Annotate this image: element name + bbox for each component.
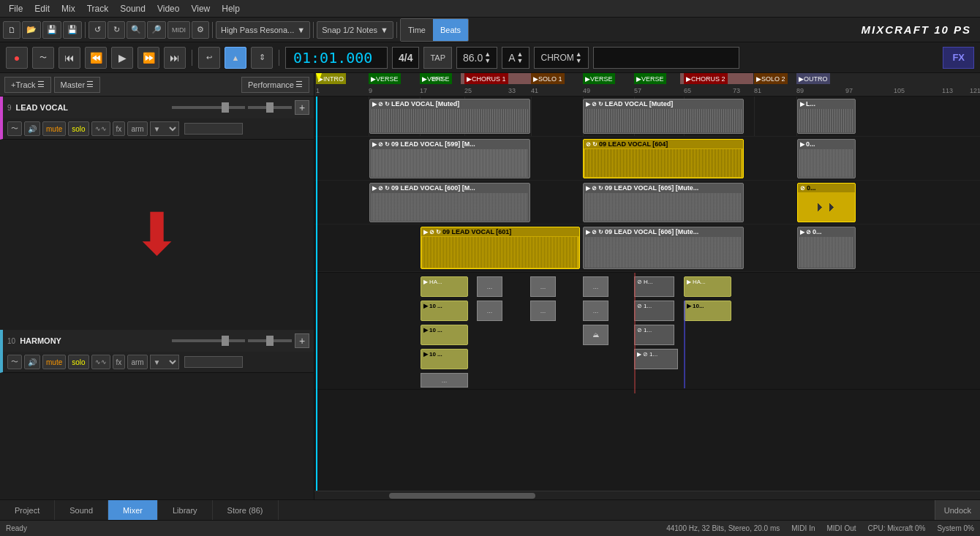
marker-verse3[interactable]: ▶VERSE: [583, 73, 615, 84]
harmony-clip-bottom-dots[interactable]: ...: [421, 373, 468, 388]
track-9-automation-icon[interactable]: ∿∿: [91, 121, 110, 136]
track-10-solo-button[interactable]: solo: [68, 355, 88, 369]
harmony-clip-1b[interactable]: ⊘ 1...: [634, 325, 674, 345]
save-button[interactable]: 💾: [42, 21, 61, 39]
track-9-add-clip[interactable]: +: [295, 100, 309, 115]
tab-library[interactable]: Library: [158, 500, 213, 520]
master-button[interactable]: Master ☰: [54, 77, 101, 93]
fast-forward-button[interactable]: ⏩: [137, 47, 159, 69]
tracks-scroll-area[interactable]: ▶ ⊘ ↻ LEAD VOCAL [Muted] ▶ ⊘: [314, 97, 980, 491]
search-box[interactable]: [593, 47, 739, 69]
metronome-button[interactable]: ▲: [225, 47, 246, 69]
save2-button[interactable]: 💾: [63, 21, 82, 39]
clip-lead-vocal-600[interactable]: ▶ ⊘ ↻ 09 LEAD VOCAL [600] [M...: [369, 183, 530, 222]
beats-mode-button[interactable]: Beats: [433, 19, 468, 41]
harmony-clip-10d-dot[interactable]: ...: [583, 301, 608, 321]
midi-button[interactable]: MIDI: [167, 21, 190, 39]
marker-outro[interactable]: ▶OUTRO: [796, 73, 830, 84]
tab-mixer[interactable]: Mixer: [108, 500, 158, 520]
harmony-clip-dot1[interactable]: ...: [477, 276, 502, 297]
tab-project[interactable]: Project: [0, 500, 55, 520]
marker-chorus1[interactable]: ▶CHORUS 1: [464, 73, 508, 84]
undo-button[interactable]: ↺: [88, 21, 106, 39]
marker-verse4[interactable]: ▶VERSE: [634, 73, 666, 84]
clip-lead-vocal-605[interactable]: ▶ ⊘ ↻ 09 LEAD VOCAL [605] [Mute...: [583, 183, 744, 222]
undock-button[interactable]: Undock: [935, 500, 980, 520]
clip-lead-vocal-606[interactable]: ▶ ⊘ ↻ 09 LEAD VOCAL [606] [Mute...: [583, 227, 744, 269]
menu-view[interactable]: View: [185, 2, 216, 15]
harmony-clip-dot2[interactable]: ...: [530, 276, 556, 297]
time-mode-button[interactable]: Time: [401, 19, 433, 41]
harmony-clip-10c-dot[interactable]: ...: [530, 301, 556, 321]
track-10-waveform-icon[interactable]: 〜: [7, 355, 22, 369]
harmony-clip-10g[interactable]: ▶ 10 ...: [421, 349, 468, 369]
play-button[interactable]: ▶: [111, 47, 133, 69]
goto-end-button[interactable]: ⏭: [164, 47, 186, 69]
track-9-speaker-icon[interactable]: 🔊: [24, 121, 40, 136]
track-10-pan[interactable]: [248, 339, 292, 342]
track-9-volume[interactable]: [172, 106, 245, 109]
filter-dropdown[interactable]: High Pass Resona... ▼: [216, 21, 310, 39]
harmony-clip-10b-dot[interactable]: ...: [477, 301, 502, 321]
clip-lead-vocal-601[interactable]: ▶ ⊘ ↻ 09 LEAD VOCAL [601]: [421, 227, 580, 269]
menu-mix[interactable]: Mix: [56, 2, 81, 15]
track-9-arm-button[interactable]: arm: [127, 121, 147, 136]
harmony-clip-h1[interactable]: ⊘ H...: [634, 276, 674, 297]
clip-lead-vocal-muted-1[interactable]: ▶ ⊘ ↻ LEAD VOCAL [Muted]: [369, 99, 530, 134]
tab-store[interactable]: Store (86): [213, 500, 279, 520]
scroll-thumb[interactable]: [389, 493, 535, 499]
marker-solo1[interactable]: ▶SOLO 1: [531, 73, 565, 84]
zoom-button[interactable]: 🔎: [147, 21, 166, 39]
harmony-clip-mountain[interactable]: ⛰: [583, 325, 608, 345]
marker-solo2[interactable]: ▶SOLO 2: [754, 73, 788, 84]
horizontal-scrollbar[interactable]: [314, 491, 980, 499]
rewind-button[interactable]: ⏪: [85, 47, 107, 69]
track-10-mute-button[interactable]: mute: [42, 355, 66, 369]
menu-track[interactable]: Track: [81, 2, 115, 15]
track-9-mute-button[interactable]: mute: [42, 121, 66, 136]
fx-button[interactable]: FX: [943, 47, 974, 69]
harmony-clip-ha2[interactable]: ▶ HA...: [684, 276, 731, 297]
track-9-solo-button[interactable]: solo: [68, 121, 88, 136]
harmony-clip-1a[interactable]: ⊘ 1...: [634, 301, 674, 321]
harmony-clip-10f[interactable]: ▶ 10 ...: [421, 325, 468, 345]
clip-lead-vocal-right-2[interactable]: ▶ 0...: [797, 139, 856, 178]
track-10-volume[interactable]: [172, 339, 245, 342]
performance-button[interactable]: Performance ☰: [241, 77, 309, 93]
clip-lead-vocal-muted-2[interactable]: ▶ ⊘ ↻ LEAD VOCAL [Muted]: [583, 99, 744, 134]
track-10-fx-button[interactable]: fx: [113, 355, 126, 369]
harmony-clip-1c[interactable]: ▶⊘ 1...: [634, 349, 678, 369]
harmony-clip-ha1[interactable]: ▶ HA...: [421, 276, 468, 297]
track-9-input-select[interactable]: ▼: [150, 121, 179, 136]
tab-sound[interactable]: Sound: [55, 500, 108, 520]
punch-button[interactable]: ⇕: [251, 47, 273, 69]
new-button[interactable]: 🗋: [3, 21, 20, 39]
harmony-clip-dot3[interactable]: ...: [583, 276, 608, 297]
waveform-button[interactable]: 〜: [32, 47, 54, 69]
menu-video[interactable]: Video: [151, 2, 185, 15]
clip-lead-vocal-599[interactable]: ▶ ⊘ ↻ 09 LEAD VOCAL [599] [M...: [369, 139, 530, 178]
marker-verse1[interactable]: ▶VERSE: [369, 73, 401, 84]
track-10-automation-icon[interactable]: ∿∿: [91, 355, 110, 369]
open-button[interactable]: 📂: [22, 21, 41, 39]
track-9-pan[interactable]: [248, 106, 292, 109]
loop-button[interactable]: ↩: [198, 47, 220, 69]
redo-button[interactable]: ↻: [108, 21, 125, 39]
menu-help[interactable]: Help: [216, 2, 246, 15]
menu-edit[interactable]: Edit: [29, 2, 56, 15]
record-button[interactable]: ●: [6, 47, 28, 69]
harmony-clip-10e[interactable]: ▶ 10...: [684, 301, 731, 321]
tap-button[interactable]: TAP: [423, 47, 452, 69]
add-track-button[interactable]: +Track ☰: [4, 77, 51, 93]
clip-lead-vocal-muted-3[interactable]: ▶ L...: [797, 99, 856, 134]
snap-dropdown[interactable]: Snap 1/2 Notes ▼: [317, 21, 393, 39]
track-10-input-select[interactable]: ▼: [150, 355, 179, 369]
track-10-speaker-icon[interactable]: 🔊: [24, 355, 40, 369]
menu-sound[interactable]: Sound: [114, 2, 151, 15]
settings-button[interactable]: ⚙: [192, 21, 209, 39]
track-10-add-clip[interactable]: +: [295, 333, 309, 348]
search-button[interactable]: 🔍: [127, 21, 146, 39]
marker-chorus2[interactable]: ▶CHORUS 2: [684, 73, 728, 84]
track-9-waveform-icon[interactable]: 〜: [7, 121, 22, 136]
goto-start-button[interactable]: ⏮: [59, 47, 80, 69]
